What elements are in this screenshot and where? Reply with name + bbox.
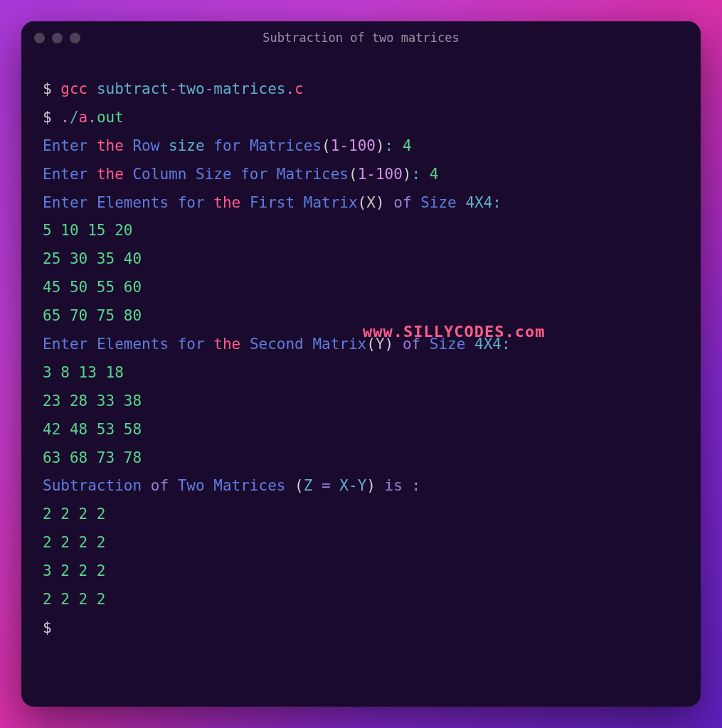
terminal-line: $ gcc subtract-two-matrices.c — [43, 75, 679, 104]
command: gcc — [60, 80, 87, 97]
result-row: 3 2 2 2 — [43, 557, 679, 586]
terminal-body[interactable]: www.SILLYCODES.com $ gcc subtract-two-ma… — [21, 54, 701, 707]
maximize-icon[interactable] — [70, 33, 80, 43]
matrix-row: 3 8 13 18 — [43, 359, 679, 387]
prompt: $ — [43, 109, 60, 126]
matrix-row: 25 30 35 40 — [43, 245, 679, 274]
result-row: 2 2 2 2 — [43, 500, 679, 529]
prompt: $ — [43, 619, 52, 636]
window-title: Subtraction of two matrices — [262, 31, 459, 45]
matrix-row: 42 48 53 58 — [43, 416, 679, 444]
terminal-line: Enter the Column Size for Matrices(1-100… — [43, 161, 679, 189]
prompt: $ — [43, 80, 60, 97]
title-bar: Subtraction of two matrices — [21, 21, 701, 54]
watermark: www.SILLYCODES.com — [363, 317, 545, 347]
terminal-window: Subtraction of two matrices www.SILLYCOD… — [21, 21, 701, 707]
close-icon[interactable] — [34, 33, 45, 43]
matrix-row: 63 68 73 78 — [43, 444, 679, 473]
terminal-line: Enter the Row size for Matrices(1-100): … — [43, 132, 679, 161]
terminal-line: Enter Elements for the Second Matrix(Y) … — [43, 331, 679, 359]
result-row: 2 2 2 2 — [43, 529, 679, 557]
result-row: 2 2 2 2 — [43, 586, 679, 614]
matrix-row: 65 70 75 80 — [43, 302, 679, 331]
terminal-line: Enter Elements for the First Matrix(X) o… — [43, 189, 679, 218]
terminal-line: Subtraction of Two Matrices (Z = X-Y) is… — [43, 472, 679, 500]
matrix-row: 5 10 15 20 — [43, 217, 679, 245]
matrix-row: 23 28 33 38 — [43, 387, 679, 416]
matrix-row: 45 50 55 60 — [43, 274, 679, 302]
terminal-line: $ — [43, 614, 679, 643]
minimize-icon[interactable] — [52, 33, 63, 43]
traffic-lights — [34, 33, 80, 43]
terminal-line: $ ./a.out — [43, 104, 679, 132]
